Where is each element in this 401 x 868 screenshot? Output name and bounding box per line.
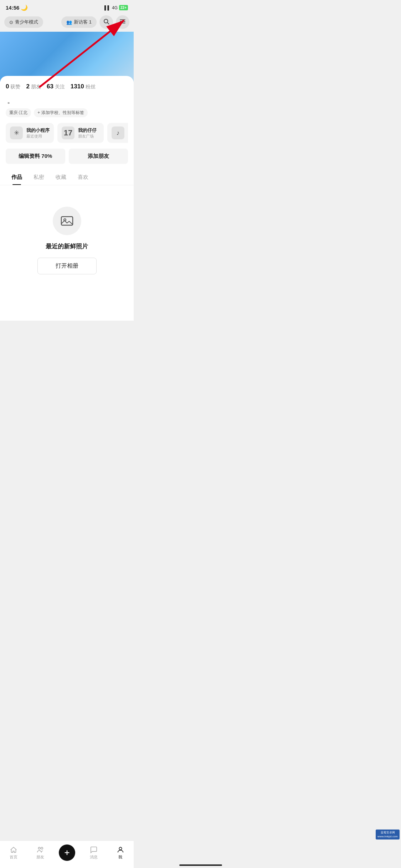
likes-label: 获赞 (10, 84, 20, 90)
mini-app-programs-sub: 最近使用 (26, 134, 50, 139)
svg-line-1 (107, 22, 109, 24)
fans-number: 1310 (71, 83, 84, 90)
mini-app-zaizai-icon: 17 (62, 126, 74, 139)
empty-title: 最近的新鲜照片 (46, 242, 88, 250)
add-tag-button[interactable]: + 添加学校、性别等标签 (34, 108, 87, 117)
svg-rect-7 (61, 217, 73, 225)
youth-mode-label: 青少年模式 (15, 19, 38, 25)
mini-app-zaizai[interactable]: 17 我的仔仔 朋友广场 (57, 123, 104, 143)
profile-card: 0 获赞 2 朋友 63 关注 1310 粉丝 。 重庆·江北 + 添加学校、性… (0, 76, 134, 185)
mini-app-programs-name: 我的小程序 (26, 127, 50, 134)
following-label: 关注 (55, 84, 65, 90)
stat-friends: 2 朋友 (26, 83, 41, 90)
tab-works-label: 作品 (11, 174, 22, 180)
tab-private[interactable]: 私密 (28, 170, 50, 185)
friends-number: 2 (26, 83, 29, 90)
stat-fans: 1310 粉丝 (71, 83, 96, 90)
menu-button[interactable] (116, 15, 129, 29)
following-number: 63 (47, 83, 53, 90)
search-icon (103, 18, 109, 26)
stats-row: 0 获赞 2 朋友 63 关注 1310 粉丝 (6, 83, 128, 90)
mini-app-music[interactable]: ♪ 我的 已收 (107, 123, 128, 143)
tab-like-label: 喜欢 (78, 174, 88, 180)
mini-app-zaizai-name: 我的仔仔 (78, 127, 97, 134)
content-tabs: 作品 私密 收藏 喜欢 (0, 170, 134, 185)
action-buttons: 编辑资料 70% 添加朋友 (6, 149, 128, 164)
empty-icon-circle (53, 207, 81, 235)
location-tag: 重庆·江北 (6, 108, 31, 117)
youth-mode-button[interactable]: ⊙ 青少年模式 (4, 16, 43, 28)
hero-area (0, 32, 134, 82)
fans-label: 粉丝 (86, 84, 96, 90)
battery-badge: 22+ (119, 5, 128, 10)
open-album-button[interactable]: 打开相册 (37, 258, 97, 274)
moon-icon: 🌙 (21, 4, 28, 11)
photo-placeholder-icon (60, 214, 74, 228)
top-nav: ⊙ 青少年模式 👥 新访客 1 (0, 12, 134, 32)
visitor-icon: 👥 (66, 20, 72, 25)
status-bar: 14:56 🌙 ▌▌ 4G 22+ (0, 0, 134, 12)
nav-right: 👥 新访客 1 (61, 15, 129, 29)
signal-icon: ▌▌ (104, 5, 110, 10)
menu-icon (119, 18, 126, 26)
edit-profile-button[interactable]: 编辑资料 70% (6, 149, 65, 164)
mini-apps-row: ✳ 我的小程序 最近使用 17 我的仔仔 朋友广场 ♪ 我的 已收 (6, 123, 128, 143)
tags-row: 重庆·江北 + 添加学校、性别等标签 (6, 108, 128, 117)
likes-number: 0 (6, 83, 9, 90)
add-friend-button[interactable]: 添加朋友 (69, 149, 128, 164)
tab-like[interactable]: 喜欢 (72, 170, 94, 185)
stat-following: 63 关注 (47, 83, 65, 90)
empty-state: 最近的新鲜照片 打开相册 (0, 185, 134, 289)
mini-app-programs-info: 我的小程序 最近使用 (26, 127, 50, 139)
mini-app-programs[interactable]: ✳ 我的小程序 最近使用 (6, 123, 54, 143)
mini-app-zaizai-sub: 朋友广场 (78, 134, 97, 139)
new-visitor-label: 新访客 1 (74, 19, 92, 25)
status-icons: ▌▌ 4G 22+ (104, 5, 128, 10)
friends-label: 朋友 (31, 84, 41, 90)
search-button[interactable] (99, 15, 113, 29)
dot-indicator: 。 (6, 96, 128, 105)
tab-works[interactable]: 作品 (6, 170, 28, 185)
youth-mode-icon: ⊙ (9, 20, 13, 25)
status-time: 14:56 (6, 5, 19, 11)
mini-app-programs-icon: ✳ (10, 126, 23, 139)
mini-app-music-icon: ♪ (112, 126, 124, 139)
tab-private-label: 私密 (34, 174, 44, 180)
network-label: 4G (112, 5, 118, 10)
new-visitor-button[interactable]: 👥 新访客 1 (61, 16, 97, 28)
tab-collect-label: 收藏 (56, 174, 66, 180)
mini-app-zaizai-info: 我的仔仔 朋友广场 (78, 127, 97, 139)
stat-likes: 0 获赞 (6, 83, 20, 90)
tab-collect[interactable]: 收藏 (50, 170, 72, 185)
